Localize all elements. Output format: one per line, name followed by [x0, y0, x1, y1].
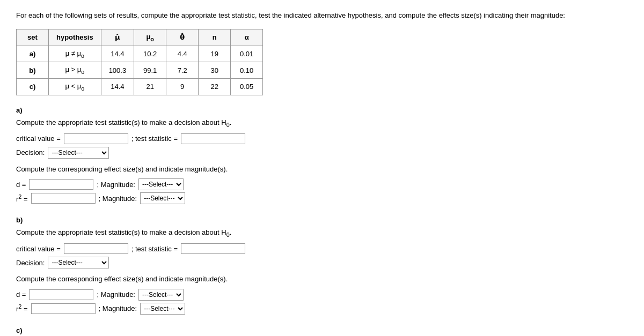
section-a: a) Compute the appropriate test statisti… [16, 106, 628, 204]
col-mu-hat: μ̂ [101, 29, 134, 46]
section-a-decision-label: Decision: [16, 148, 45, 156]
section-b-r2-row: r2 = ; Magnitude: ---Select--- Small Med… [16, 303, 628, 315]
data-table: set hypothesis μ̂ μo θ̂ n α a)μ ≠ μo14.4… [16, 29, 263, 95]
section-a-decision-select[interactable]: ---Select--- Reject H₀ Fail to Reject H₀ [48, 147, 109, 159]
section-b-decision-row: Decision: ---Select--- Reject H₀ Fail to… [16, 257, 628, 268]
section-b-critical-row: critical value = ; test statistic = [16, 243, 628, 254]
section-a-d-magnitude-select[interactable]: ---Select--- Small Medium Large [138, 178, 184, 190]
section-a-effect-label: Compute the corresponding effect size(s)… [16, 163, 628, 175]
section-b-test-stat-input[interactable] [181, 243, 245, 254]
col-theta: θ̂ [166, 29, 199, 46]
section-b-label: b) [16, 216, 628, 224]
section-b-r2-mag-label: ; Magnitude: [99, 304, 137, 312]
col-hypothesis: hypothesis [49, 29, 101, 46]
section-a-label: a) [16, 106, 628, 114]
section-b-d-input[interactable] [29, 289, 93, 300]
section-c: c) Compute the appropriate test statisti… [16, 326, 628, 337]
section-b-compute: Compute the appropriate test statistic(s… [16, 226, 628, 240]
section-b-d-magnitude-select[interactable]: ---Select--- Small Medium Large [138, 289, 184, 301]
section-b-r2-magnitude-select[interactable]: ---Select--- Small Medium Large [140, 303, 185, 315]
section-a-r2-label: r2 = [16, 193, 28, 203]
section-b-test-stat-label: ; test statistic = [131, 245, 178, 253]
section-a-test-stat-label: ; test statistic = [131, 135, 178, 143]
table-row: b)μ > μo100.399.17.2300.10 [17, 62, 263, 79]
section-a-d-input[interactable] [29, 179, 93, 190]
section-a-r2-row: r2 = ; Magnitude: ---Select--- Small Med… [16, 192, 628, 204]
section-a-compute: Compute the appropriate test statistic(s… [16, 116, 628, 130]
section-a-r2-input[interactable] [31, 193, 96, 204]
section-a-test-stat-input[interactable] [181, 133, 245, 144]
section-b-r2-label: r2 = [16, 303, 28, 313]
section-a-r2-magnitude-select[interactable]: ---Select--- Small Medium Large [140, 192, 185, 204]
section-b-effect-label: Compute the corresponding effect size(s)… [16, 273, 628, 285]
section-a-d-label: d = [16, 181, 26, 189]
section-b-critical-label: critical value = [16, 245, 61, 253]
col-mu0: μo [134, 29, 166, 46]
col-n: n [199, 29, 231, 46]
section-b-d-row: d = ; Magnitude: ---Select--- Small Medi… [16, 289, 628, 301]
section-a-critical-label: critical value = [16, 135, 61, 143]
section-b-critical-input[interactable] [64, 243, 128, 254]
section-b-d-mag-label: ; Magnitude: [97, 290, 135, 298]
section-b-decision-label: Decision: [16, 259, 45, 267]
section-a-critical-input[interactable] [64, 133, 128, 144]
instructions: For each of the following sets of result… [16, 11, 628, 20]
section-a-d-mag-label: ; Magnitude: [97, 181, 135, 189]
section-b-d-label: d = [16, 290, 26, 298]
section-a-critical-row: critical value = ; test statistic = [16, 133, 628, 144]
table-row: c)μ < μo14.4219220.05 [17, 78, 263, 95]
col-alpha: α [231, 29, 263, 46]
section-c-label: c) [16, 326, 628, 334]
section-b-decision-select[interactable]: ---Select--- Reject H₀ Fail to Reject H₀ [48, 257, 109, 268]
section-b: b) Compute the appropriate test statisti… [16, 216, 628, 314]
section-b-r2-input[interactable] [31, 303, 96, 314]
section-a-d-row: d = ; Magnitude: ---Select--- Small Medi… [16, 178, 628, 190]
section-a-decision-row: Decision: ---Select--- Reject H₀ Fail to… [16, 147, 628, 159]
section-a-r2-mag-label: ; Magnitude: [99, 195, 137, 203]
col-set: set [17, 29, 49, 46]
table-row: a)μ ≠ μo14.410.24.4190.01 [17, 46, 263, 62]
